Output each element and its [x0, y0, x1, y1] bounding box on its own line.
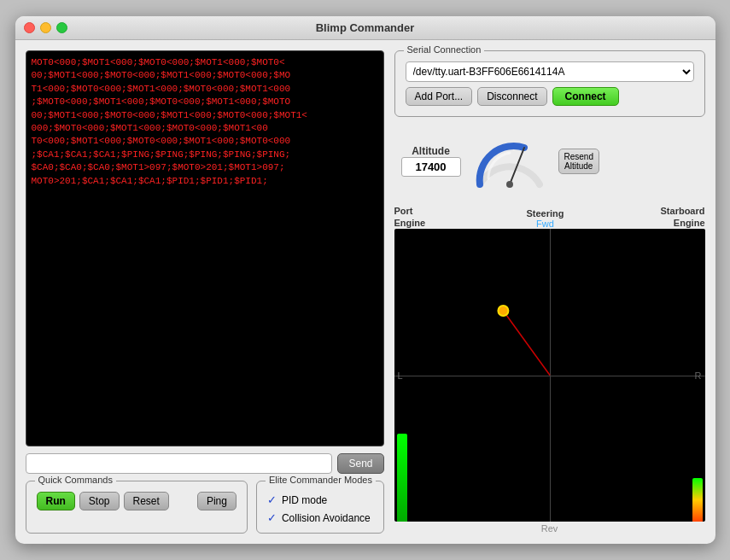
window-title: Blimp Commander [316, 21, 415, 34]
altitude-value: 17400 [401, 157, 461, 177]
serial-port-row: /dev/tty.uart-B3FF606E6614114A [406, 61, 694, 82]
qc-buttons: Run Stop Reset Ping [37, 492, 237, 510]
send-button[interactable]: Send [337, 453, 383, 474]
run-button[interactable]: Run [37, 492, 75, 510]
rev-label: Rev [394, 523, 705, 534]
altitude-row: Altitude 17400 [394, 125, 705, 196]
terminal-text: MOT0<000;$MOT1<000;$MOT0<000;$MOT1<000;$… [32, 56, 378, 188]
collision-mode-item: ✓ Collision Avoidance [267, 511, 373, 524]
gauge-container [471, 129, 548, 193]
disconnect-button[interactable]: Disconnect [477, 87, 546, 106]
steering-label: Steering [437, 208, 654, 219]
serial-buttons: Add Port... Disconnect Connect [406, 87, 694, 106]
elite-modes-group: Elite Commander Modes ✓ PID mode ✓ Colli… [256, 481, 384, 534]
titlebar: Blimp Commander [15, 16, 715, 40]
minimize-button[interactable] [40, 22, 51, 33]
svg-point-1 [506, 181, 513, 188]
starboard-bar-fill [692, 478, 703, 522]
main-window: Blimp Commander MOT0<000;$MOT1<000;$MOT0… [15, 16, 715, 544]
content: MOT0<000;$MOT1<000;$MOT0<000;$MOT1<000;$… [15, 40, 715, 544]
bottom-row: Quick Commands Run Stop Reset Ping Elite… [26, 481, 384, 534]
serial-group-label: Serial Connection [404, 44, 485, 55]
traffic-lights [24, 22, 67, 33]
pid-mode-label: PID mode [282, 494, 327, 506]
steering-group-label: Steering Fwd [437, 208, 654, 229]
pid-checkmark: ✓ [267, 493, 277, 506]
elite-modes-label: Elite Commander Modes [266, 475, 376, 485]
resend-altitude-button[interactable]: Resend Altitude [558, 149, 599, 174]
stop-button[interactable]: Stop [79, 492, 120, 510]
quick-commands-group: Quick Commands Run Stop Reset Ping [26, 481, 248, 534]
svg-point-3 [498, 306, 508, 316]
input-row: Send [26, 453, 384, 474]
collision-checkmark: ✓ [267, 511, 277, 524]
serial-group: Serial Connection /dev/tty.uart-B3FF606E… [394, 50, 705, 117]
maximize-button[interactable] [56, 22, 67, 33]
connect-button[interactable]: Connect [552, 87, 619, 106]
port-select[interactable]: /dev/tty.uart-B3FF606E6614114A [406, 61, 694, 82]
close-button[interactable] [24, 22, 35, 33]
quick-commands-label: Quick Commands [35, 475, 116, 485]
pid-mode-item: ✓ PID mode [267, 493, 373, 506]
altitude-box: Altitude 17400 [401, 145, 461, 177]
starboard-engine-label: Starboard Engine [654, 205, 705, 229]
port-bar-fill [397, 434, 407, 522]
joystick-area[interactable]: L R [394, 229, 705, 522]
terminal: MOT0<000;$MOT1<000;$MOT0<000;$MOT1<000;$… [26, 50, 384, 446]
ping-button[interactable]: Ping [197, 492, 237, 510]
joystick-top-labels: Port Engine Steering Fwd Starboard Engin… [394, 205, 705, 229]
port-engine-label: Port Engine [394, 205, 437, 229]
gauge-svg [471, 129, 548, 193]
right-panel: Serial Connection /dev/tty.uart-B3FF606E… [394, 50, 705, 534]
crosshair-vertical [550, 229, 551, 522]
left-panel: MOT0<000;$MOT1<000;$MOT0<000;$MOT1<000;$… [26, 50, 384, 534]
altitude-label: Altitude [412, 145, 450, 157]
reset-button[interactable]: Reset [124, 492, 169, 510]
fwd-label: Fwd [437, 219, 654, 229]
collision-mode-label: Collision Avoidance [282, 512, 371, 524]
add-port-button[interactable]: Add Port... [406, 87, 473, 106]
svg-line-2 [503, 311, 550, 375]
port-engine-bar [396, 229, 408, 522]
command-input[interactable] [26, 453, 333, 474]
starboard-engine-bar [692, 229, 704, 522]
joystick-panel: Port Engine Steering Fwd Starboard Engin… [394, 205, 705, 534]
